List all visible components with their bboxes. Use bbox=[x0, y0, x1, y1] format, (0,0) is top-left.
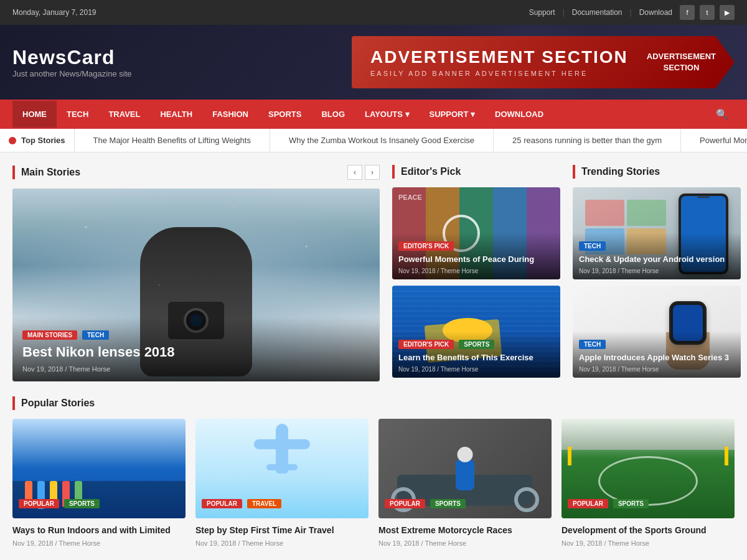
download-link[interactable]: Download bbox=[639, 8, 672, 17]
youtube-icon[interactable]: ▶ bbox=[720, 5, 735, 20]
pick1-title: Powerful Moments of Peace During bbox=[398, 254, 554, 265]
popular-card-2-meta: Nov 19, 2018 / Theme Horse bbox=[195, 539, 369, 547]
pick2-meta: Nov 19, 2018 / Theme Horse bbox=[398, 366, 554, 373]
main-stories-heading: Main Stories ‹ › bbox=[12, 165, 380, 180]
nav-layouts[interactable]: LAYOUTS ▾ bbox=[355, 101, 420, 128]
popular-heading: Popular Stories bbox=[12, 396, 735, 410]
hero-tags: MAIN STORIES TECH bbox=[22, 329, 370, 343]
main-hero-card[interactable]: MAIN STORIES TECH Best Nikon lenses 2018… bbox=[12, 189, 380, 381]
ticker-item-4: Powerful Moments of Peace Du... bbox=[681, 129, 747, 152]
ticker-label: Top Stories bbox=[0, 129, 75, 152]
stories-nav: ‹ › bbox=[347, 165, 380, 180]
popular-img-1: POPULAR SPORTS bbox=[12, 419, 186, 518]
pop2-tag1: POPULAR bbox=[202, 499, 242, 508]
hero-overlay: MAIN STORIES TECH Best Nikon lenses 2018… bbox=[12, 317, 380, 381]
popular-title: Popular Stories bbox=[21, 398, 95, 409]
next-button[interactable]: › bbox=[365, 165, 380, 180]
hero-title: Best Nikon lenses 2018 bbox=[22, 343, 370, 362]
trend1-meta: Nov 19, 2018 / Theme Horse bbox=[579, 268, 735, 274]
main-stories-title: Main Stories bbox=[21, 167, 80, 178]
ticker-item-3: 25 reasons running is better than the gy… bbox=[494, 129, 681, 152]
trending-heading: Trending Stories bbox=[573, 165, 741, 179]
popular-card-2-tags: POPULAR TRAVEL bbox=[202, 499, 284, 512]
nav-support[interactable]: SUPPORT ▾ bbox=[420, 101, 485, 128]
popular-card-1[interactable]: POPULAR SPORTS Ways to Run Indoors and w… bbox=[12, 419, 186, 547]
pop3-tag2: SPORTS bbox=[430, 499, 466, 508]
ad-main-text: ADVERTISEMENT SECTION bbox=[370, 47, 628, 67]
popular-card-4[interactable]: POPULAR SPORTS Development of the Sports… bbox=[561, 419, 735, 547]
pop4-tag1: POPULAR bbox=[568, 499, 608, 508]
popular-card-1-title: Ways to Run Indoors and with Limited bbox=[12, 525, 186, 537]
hero-tag-main: MAIN STORIES bbox=[22, 330, 77, 340]
popular-card-2[interactable]: POPULAR TRAVEL Step by Step First Time A… bbox=[195, 419, 369, 547]
editors-pick-card-2[interactable]: EDITOR'S PICK SPORTS Learn the Benefits … bbox=[392, 286, 560, 378]
trend1-title: Check & Update your Android version bbox=[579, 254, 735, 265]
popular-grid: POPULAR SPORTS Ways to Run Indoors and w… bbox=[12, 419, 735, 547]
facebook-icon[interactable]: f bbox=[680, 5, 695, 20]
hero-meta: Nov 19, 2018 / Theme Horse bbox=[22, 365, 370, 373]
site-logo[interactable]: NewsCard bbox=[12, 46, 131, 69]
popular-card-3-tags: POPULAR SPORTS bbox=[385, 499, 468, 512]
ticker-item-2: Why the Zumba Workout Is Insanely Good E… bbox=[270, 129, 494, 152]
trend2-meta: Nov 19, 2018 / Theme Horse bbox=[579, 366, 735, 373]
popular-section: Popular Stories POPULAR bbox=[0, 396, 747, 547]
nav-download[interactable]: DOWNLOAD bbox=[485, 101, 553, 128]
hero-tag-tech: TECH bbox=[82, 330, 109, 340]
pick1-tag: EDITOR'S PICK bbox=[398, 241, 454, 251]
ticker-item-1: The Major Health Benefits of Lifting Wei… bbox=[75, 129, 270, 152]
trend1-tag: TECH bbox=[579, 241, 606, 251]
logo-area: NewsCard Just another News/Magazine site bbox=[12, 46, 131, 78]
support-link[interactable]: Support bbox=[529, 8, 555, 17]
popular-card-1-tags: POPULAR SPORTS bbox=[19, 499, 102, 512]
pick1-meta: Nov 19, 2018 / Theme Horse bbox=[398, 268, 554, 274]
popular-img-3: POPULAR SPORTS bbox=[378, 419, 552, 518]
ad-side-text: ADVERTISEMENTSECTION bbox=[647, 51, 716, 73]
ticker: Top Stories The Major Health Benefits of… bbox=[0, 129, 747, 152]
main-stories-section: Main Stories ‹ › bbox=[12, 165, 380, 384]
editors-pick-title: Editor's Pick bbox=[401, 166, 461, 177]
popular-img-4: POPULAR SPORTS bbox=[561, 419, 735, 518]
popular-card-4-title: Development of the Sports Ground bbox=[561, 525, 735, 537]
nav-fashion[interactable]: FASHION bbox=[202, 101, 258, 128]
popular-img-2: POPULAR TRAVEL bbox=[195, 419, 369, 518]
search-icon[interactable]: 🔍 bbox=[710, 100, 735, 129]
pick2-title: Learn the Benefits of This Exercise bbox=[398, 353, 554, 363]
popular-card-4-tags: POPULAR SPORTS bbox=[568, 499, 651, 512]
pop4-tag2: SPORTS bbox=[613, 499, 649, 508]
documentation-link[interactable]: Documentation bbox=[572, 8, 622, 17]
prev-button[interactable]: ‹ bbox=[347, 165, 362, 180]
nav-sports[interactable]: SPORTS bbox=[258, 101, 311, 128]
pop2-tag2: TRAVEL bbox=[247, 499, 281, 508]
ad-sub-text: EASILY ADD BANNER ADVERTISEMENT HERE bbox=[370, 70, 628, 77]
nav-blog[interactable]: BLOG bbox=[311, 101, 355, 128]
trending-title: Trending Stories bbox=[581, 166, 660, 177]
top-bar: Monday, January 7, 2019 Support | Docume… bbox=[0, 0, 747, 25]
popular-card-1-meta: Nov 19, 2018 / Theme Horse bbox=[12, 539, 186, 547]
advertisement-banner: ADVERTISEMENT SECTION EASILY ADD BANNER … bbox=[352, 36, 735, 88]
popular-card-4-meta: Nov 19, 2018 / Theme Horse bbox=[561, 539, 735, 547]
editors-pick-section: Editor's Pick PEACE EDITOR'S PICK Powerf… bbox=[392, 165, 560, 384]
date-label: Monday, January 7, 2019 bbox=[12, 8, 96, 17]
nav-health[interactable]: HEALTH bbox=[150, 101, 202, 128]
main-nav: HOME TECH TRAVEL HEALTH FASHION SPORTS B… bbox=[0, 100, 747, 129]
ticker-dot bbox=[9, 137, 16, 144]
pop3-tag1: POPULAR bbox=[385, 499, 425, 508]
pop1-tag2: SPORTS bbox=[64, 499, 100, 508]
trending-card-2[interactable]: TECH Apple Introduces Apple Watch Series… bbox=[573, 286, 741, 378]
popular-card-3[interactable]: POPULAR SPORTS Most Extreme Motorcycle R… bbox=[378, 419, 552, 547]
trending-section: Trending Stories TECH Che bbox=[573, 165, 741, 384]
popular-card-3-title: Most Extreme Motorcycle Races bbox=[378, 525, 552, 537]
pop1-tag1: POPULAR bbox=[19, 499, 59, 508]
site-tagline: Just another News/Magazine site bbox=[12, 69, 131, 78]
nav-home[interactable]: HOME bbox=[12, 101, 57, 128]
editors-pick-heading: Editor's Pick bbox=[392, 165, 560, 179]
twitter-icon[interactable]: t bbox=[700, 5, 715, 20]
trending-card-1[interactable]: TECH Check & Update your Android version… bbox=[573, 187, 741, 279]
main-content: Main Stories ‹ › bbox=[0, 165, 747, 384]
editors-pick-card-1[interactable]: PEACE EDITOR'S PICK Powerful Moments of … bbox=[392, 187, 560, 279]
nav-tech[interactable]: TECH bbox=[57, 101, 98, 128]
nav-travel[interactable]: TRAVEL bbox=[98, 101, 150, 128]
social-icons: f t ▶ bbox=[680, 5, 735, 20]
trend2-title: Apple Introduces Apple Watch Series 3 bbox=[579, 353, 735, 363]
popular-card-3-meta: Nov 19, 2018 / Theme Horse bbox=[378, 539, 552, 547]
